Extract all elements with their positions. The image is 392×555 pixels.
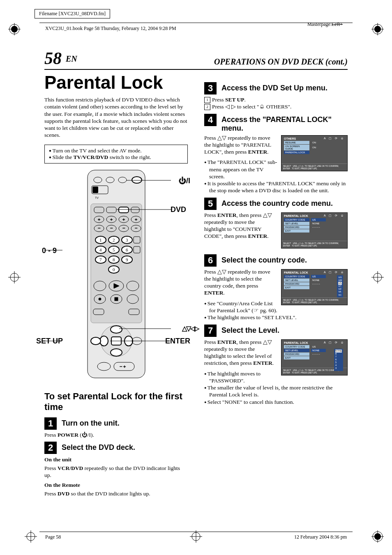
crop-mark-icon [25,530,37,543]
osd-footer: SELECTUSE △▽◁▷ TO SELECT, USE OK TO CONF… [281,164,347,171]
page-number: 58 [44,49,62,68]
svg-point-88 [111,349,122,356]
step-body: Press VCR/DVD repeatedly so that the DVD… [44,465,188,479]
osd-screenshot: A ▢ ⟳ 🕭 PARENTAL LOCK COUNTRY CODEUS SET… [281,269,348,305]
prep-box: Turn on the TV and select the AV mode. S… [44,145,188,164]
svg-text:5: 5 [113,247,115,252]
svg-rect-91 [111,337,121,345]
step-number-badge: 1 [44,417,57,430]
footer-timestamp: 12 February 2004 8:36 pm [294,534,347,540]
svg-rect-35 [119,207,129,213]
header-text: XVC23U_01.book Page 58 Thursday, Februar… [45,25,176,32]
svg-text:+: + [98,217,100,222]
step-body: Press DVD so that the DVD indicator ligh… [44,490,188,497]
footer-page: Page 58 [45,534,61,540]
step-title: Access the country code menu. [221,198,333,208]
step-number-badge: 4 [204,114,217,126]
svg-text:−: − [110,226,113,230]
footer-rule [39,532,353,532]
page-title: Parental Lock [44,72,188,93]
svg-text:+: + [122,217,125,222]
svg-text:2: 2 [113,237,115,242]
svg-text:0: 0 [113,267,115,272]
prep-bullet: Turn on the TV and select the AV mode. [49,147,183,154]
step-title: Access the "PARENTAL LOCK" menu. [221,114,348,133]
osd-tab-icons: A ▢ ⟳ 🕭 [324,271,345,274]
osd-screenshot: A ▢ ⟳ 🕭 PARENTAL LOCK COUNTRY CODEUS SET… [281,339,348,375]
remote-label-setup: SET UP [36,337,63,345]
remote-label-dvd: DVD [171,205,186,214]
svg-rect-30 [92,187,98,193]
svg-text:−: − [135,226,137,230]
osd-screenshot: A ▢ ⟳ 🕭 OTHERS RESUMEON ON SCREEN GUIDEO… [281,135,348,171]
masterpage-key: Masterpage: [307,21,332,27]
bullet: The smaller the value of level is, the m… [204,384,348,398]
svg-point-92 [91,337,101,345]
content-area: 58 EN OPERATIONS ON DVD DECK (cont.) Par… [44,48,348,501]
step-number-badge: 3 [204,82,217,94]
step-6: 6 Select the country code. [204,254,348,267]
svg-text:3: 3 [126,237,128,242]
step-4: 4 Access the "PARENTAL LOCK" menu. [204,114,348,133]
step-title: Turn on the unit. [62,417,120,428]
page-number-block: 58 EN [44,48,77,68]
page-lang: EN [66,54,77,63]
step-title: Select the Level. [221,325,279,335]
remote-label-enter: ENTER [165,337,190,345]
prep-bullet: Slide the TV/VCR/DVD switch to the right… [49,154,183,161]
svg-text:8: 8 [113,257,115,262]
masterpage-value: Left+ [332,21,343,27]
sub-heading: On the unit [44,456,188,463]
svg-text:+: + [110,217,113,222]
step-number-badge: 7 [204,325,217,337]
svg-text:6: 6 [126,247,128,252]
page-header-row: 58 EN OPERATIONS ON DVD DECK (cont.) [44,48,348,70]
bullet: The hightlight moves to "SET LEVEL". [204,314,348,321]
step-title: Select the country code. [221,254,307,265]
step-3: 3 Access the DVD Set Up menu. [204,82,348,94]
step-number-badge: 2 [44,442,57,454]
substep-number: 2 [204,104,210,110]
bullet: It is possible to access the "PARENTAL L… [204,180,348,194]
remote-label-power: ⏻/I [179,177,190,185]
svg-text:9: 9 [126,257,128,262]
svg-text:7: 7 [99,257,102,262]
step-7: 7 Select the Level. [204,325,348,337]
crop-mark-icon [190,530,202,543]
step-5: 5 Access the country code menu. [204,198,348,210]
svg-text:−: − [122,226,125,230]
crop-mark-icon [371,271,384,283]
step-body: 1Press SET UP. 2Press ◁ ▷ to select "🕭 O… [204,96,348,111]
masterpage-label: Masterpage:Left+ [307,21,343,28]
svg-text:−  +: − + [120,364,126,369]
svg-text:+: + [135,217,137,222]
osd-tab-icons: A ▢ ⟳ 🕭 [324,214,345,217]
registration-mark-icon [371,530,384,543]
section-title: OPERATIONS ON DVD DECK (cont.) [77,57,348,68]
registration-mark-icon [8,23,21,35]
step-title: Select the DVD deck. [62,442,135,452]
substep-number: 1 [204,97,210,103]
osd-dropdown: NONE 8 7 6 5 4 3 [334,349,343,371]
remote-icon: TV + + + + − [71,169,161,379]
filename-label: Filename [XVC23U_08DVD.fm] [35,9,110,18]
osd-dropdown: UG UM US UY UZ VA VC [337,275,343,297]
crop-mark-icon [8,271,21,283]
svg-rect-82 [115,297,118,301]
osd-footer: SELECTUSE △▽◁▷ TO SELECT, USE OK TO CONF… [281,241,347,248]
svg-text:4: 4 [99,247,102,252]
remote-label-arrows: △▽◁▷ [182,325,198,332]
registration-mark-icon [371,23,384,35]
step-1: 1 Turn on the unit. [44,417,188,430]
remote-label-numbers: 0 - 9 [42,246,57,255]
bullet: Select "NONE" to cancel this function. [204,398,348,405]
right-column: 3 Access the DVD Set Up menu. 1Press SET… [204,71,348,501]
header-rule [39,23,353,23]
remote-illustration: TV + + + + − [44,169,188,383]
svg-point-90 [125,336,133,346]
svg-text:−: − [98,226,100,230]
svg-point-28 [132,177,142,183]
svg-point-87 [111,326,122,333]
svg-point-80 [99,298,101,300]
osd-screenshot: A ▢ ⟳ 🕭 PARENTAL LOCK COUNTRY CODEUS SET… [281,212,348,249]
